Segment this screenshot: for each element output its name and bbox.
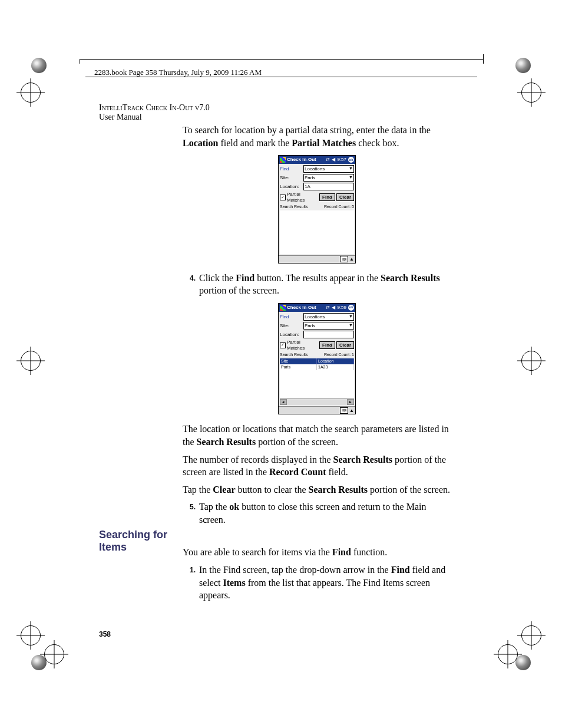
print-sphere <box>515 655 531 670</box>
find-button[interactable]: Find <box>319 193 335 201</box>
post-para-3: Tap the Clear button to clear the Search… <box>183 483 451 496</box>
conn-icon: ⇄ <box>326 157 330 163</box>
page-content: To search for location by a partial data… <box>183 124 451 608</box>
print-sphere <box>31 58 47 73</box>
results-empty <box>280 210 354 254</box>
ok-button[interactable]: ok <box>348 305 354 311</box>
product-title: IntelliTrack Check In-Out v7.0 <box>99 103 210 112</box>
find-button[interactable]: Find <box>319 341 335 349</box>
keyboard-icon[interactable]: ⌨ <box>340 407 348 414</box>
location-label: Location: <box>280 332 302 338</box>
registration-mark <box>21 83 41 103</box>
registration-mark <box>44 644 64 664</box>
section-heading: Searching for Items <box>99 529 176 554</box>
section-intro: You are able to search for items via the… <box>183 546 451 559</box>
device-window: Check In-Out ⇄◀9:59ok FindLocations▼ Sit… <box>278 303 356 414</box>
crop-mark <box>483 54 484 64</box>
volume-icon: ◀ <box>332 305 335 311</box>
registration-mark <box>521 351 541 371</box>
site-label: Site: <box>280 175 302 181</box>
chevron-down-icon: ▼ <box>349 175 353 180</box>
ok-button[interactable]: ok <box>348 157 354 163</box>
scroll-right-icon[interactable]: ▸ <box>347 399 354 405</box>
title-block: IntelliTrack Check In-Out v7.0 User Manu… <box>99 103 210 122</box>
post-para-2: The number of records displayed in the S… <box>183 453 451 479</box>
book-header: 2283.book Page 358 Thursday, July 9, 200… <box>94 68 262 77</box>
scroll-left-icon[interactable]: ◂ <box>280 399 287 405</box>
registration-mark <box>498 644 518 664</box>
sip-up-icon[interactable]: ▲ <box>349 408 354 414</box>
location-input[interactable]: 1A <box>303 183 354 190</box>
site-label: Site: <box>280 323 302 329</box>
partial-matches-checkbox[interactable]: ✓ <box>280 342 286 348</box>
clear-button[interactable]: Clear <box>336 193 354 201</box>
sip-up-icon[interactable]: ▲ <box>349 256 354 262</box>
registration-mark <box>21 351 41 371</box>
page-number: 358 <box>99 630 111 638</box>
results-row[interactable]: Paris1A23 <box>280 364 354 370</box>
location-label: Location: <box>280 184 302 190</box>
h-scrollbar[interactable]: ◂▸ <box>280 398 354 405</box>
find-label: Find <box>280 166 302 172</box>
crop-mark <box>80 59 80 64</box>
titlebar: Check In-Out ⇄◀9:57ok <box>279 156 355 164</box>
device-window: Check In-Out ⇄◀9:57ok FindLocations▼ Sit… <box>278 155 356 263</box>
volume-icon: ◀ <box>332 157 335 163</box>
titlebar: Check In-Out ⇄◀9:59ok <box>279 304 355 312</box>
conn-icon: ⇄ <box>326 305 330 311</box>
results-header: SiteLocation <box>280 358 354 364</box>
screenshot-find-results: Check In-Out ⇄◀9:59ok FindLocations▼ Sit… <box>183 303 451 414</box>
step-5: 5. Tap the ok button to close this scree… <box>183 500 451 526</box>
print-sphere <box>515 58 531 73</box>
doc-subtitle: User Manual <box>99 113 142 121</box>
site-dropdown[interactable]: Paris▼ <box>303 174 354 182</box>
location-input[interactable] <box>303 331 354 338</box>
registration-mark <box>521 83 541 103</box>
partial-matches-checkbox[interactable]: ✓ <box>280 195 286 200</box>
chevron-down-icon: ▼ <box>349 323 353 328</box>
section-step-1: 1. In the Find screen, tap the drop-down… <box>183 564 451 602</box>
chevron-down-icon: ▼ <box>349 314 353 319</box>
post-para-1: The location or locations that match the… <box>183 423 451 448</box>
search-results-label: Search Results <box>280 353 308 357</box>
keyboard-icon[interactable]: ⌨ <box>340 256 348 262</box>
find-dropdown[interactable]: Locations▼ <box>303 313 354 321</box>
crop-mark <box>80 59 483 60</box>
chevron-down-icon: ▼ <box>349 166 353 171</box>
start-icon <box>280 305 286 311</box>
registration-mark <box>521 625 541 645</box>
step-4: 4. Click the Find button. The results ap… <box>183 272 451 297</box>
intro-paragraph: To search for location by a partial data… <box>183 124 451 149</box>
search-results-label: Search Results <box>280 205 308 209</box>
header-rule <box>85 77 477 77</box>
start-icon <box>280 157 286 163</box>
screenshot-find-empty: Check In-Out ⇄◀9:57ok FindLocations▼ Sit… <box>183 155 451 263</box>
registration-mark <box>21 625 41 645</box>
results-blank <box>280 370 354 398</box>
find-dropdown[interactable]: Locations▼ <box>303 165 354 173</box>
site-dropdown[interactable]: Paris▼ <box>303 322 354 330</box>
find-label: Find <box>280 314 302 320</box>
clear-button[interactable]: Clear <box>336 341 354 349</box>
